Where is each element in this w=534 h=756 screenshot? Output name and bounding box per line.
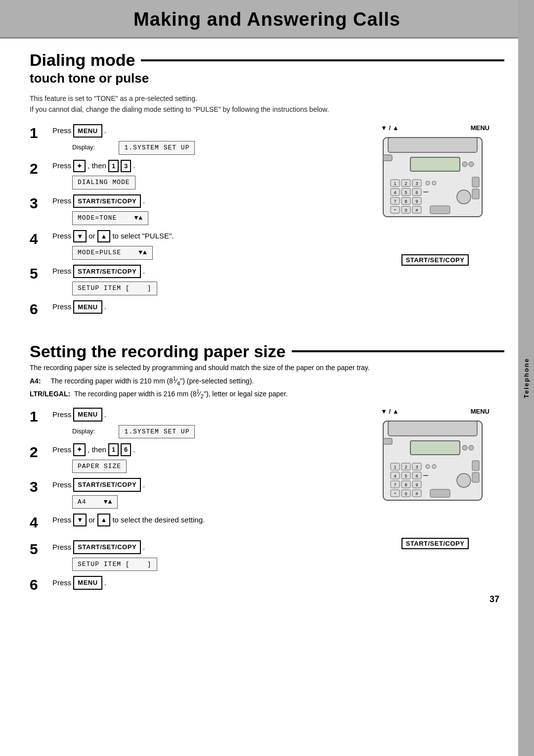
s2-step-6: 6 Press MENU .	[30, 576, 351, 598]
page-header: Making and Answering Calls	[0, 0, 534, 39]
s2-step-6-dot: .	[104, 577, 106, 589]
step-3-key: START/SET/COPY	[73, 194, 141, 208]
svg-rect-73	[430, 489, 450, 497]
s2-step-3-key: START/SET/COPY	[73, 478, 141, 492]
section2-desc-ltr: LTR/LEGAL: The recording paper width is …	[30, 388, 504, 401]
step-2-press-line: Press ✦ , then 1 3 .	[52, 160, 351, 173]
sidebar-label: Telephone	[523, 358, 530, 398]
s2-step-2-content: Press ✦ , then 1 6 . PAPER SIZE	[52, 443, 351, 473]
s2-step-3-content: Press START/SET/COPY . A4 ▼▲	[52, 478, 351, 509]
fax-device-svg-1: 1 2 3 4 5	[381, 133, 490, 251]
s2-step-6-num: 6	[30, 576, 47, 594]
step-1-content: Press MENU . Display: 1.SYSTEM SET UP	[52, 124, 351, 155]
svg-text:7: 7	[394, 199, 396, 204]
step-1: 1 Press MENU . Display: 1.SYSTEM SET UP	[30, 124, 351, 155]
s2-step-1-display-line: Display: 1.SYSTEM SET UP	[72, 424, 351, 439]
svg-rect-39	[410, 441, 460, 455]
s2-step-5-press-line: Press START/SET/COPY .	[52, 540, 351, 554]
section2-steps-area: 1 Press MENU . Display: 1.SYSTEM SET UP	[30, 408, 504, 603]
section2-a4-label: A4:	[30, 377, 41, 385]
s2-step-5-content: Press START/SET/COPY . SETUP ITEM [ ]	[52, 540, 351, 571]
svg-text:6: 6	[415, 473, 418, 478]
step-4-up-arrow: ▲	[97, 230, 111, 243]
svg-rect-15	[472, 189, 479, 199]
section1-device-header: ▼ / ▲ MENU	[381, 124, 490, 132]
s2-step-1-key: MENU	[73, 408, 102, 422]
svg-text:6: 6	[415, 190, 418, 195]
fax-device-svg-2: 1 2 3 4 5 6	[381, 416, 490, 535]
svg-text:3: 3	[415, 465, 418, 470]
step-3: 3 Press START/SET/COPY . MODE=TONE ▼▲	[30, 194, 351, 225]
step-1-display-label: Display:	[72, 143, 95, 151]
s2-step-4: 4 Press ▼ or ▲ to select the desired set…	[30, 514, 351, 535]
section1-device-menu-label: MENU	[471, 124, 490, 132]
s2-step-1-display-box: 1.SYSTEM SET UP	[119, 425, 195, 439]
s2-step-5-key: START/SET/COPY	[73, 540, 141, 554]
s2-step-3-press: Press	[52, 479, 71, 491]
section2-a4-text: The recording paper width is 210 mm (81⁄…	[50, 377, 254, 385]
section2-device-header: ▼ / ▲ MENU	[381, 408, 490, 415]
svg-rect-38	[388, 421, 477, 436]
svg-rect-36	[430, 206, 450, 214]
s2-step-3-display-box: A4 ▼▲	[72, 495, 118, 509]
svg-text:*: *	[394, 491, 396, 496]
section1-subtitle: touch tone or pulse	[30, 71, 504, 86]
section2-device-footer: START/SET/COPY	[381, 538, 490, 549]
svg-point-4	[469, 162, 474, 167]
svg-text:2: 2	[404, 181, 407, 186]
section2-ltr-label: LTR/LEGAL:	[30, 390, 70, 398]
step-2-then: , then	[88, 160, 106, 172]
svg-text:5: 5	[404, 190, 407, 195]
section2-ltr-text: The recording paper width is 216 mm (81⁄…	[74, 390, 288, 398]
step-1-display-box: 1.SYSTEM SET UP	[119, 141, 195, 155]
svg-text:5: 5	[404, 473, 407, 478]
sidebar-tab: Telephone	[518, 0, 534, 756]
s2-step-2-display-box: PAPER SIZE	[72, 460, 127, 473]
svg-point-12	[426, 181, 430, 185]
main-content: Dialing mode touch tone or pulse This fe…	[0, 39, 534, 614]
svg-rect-42	[383, 438, 392, 444]
step-6-press-line: Press MENU .	[52, 300, 351, 314]
svg-text:#: #	[415, 491, 418, 496]
section2-device-area: ▼ / ▲ MENU 1 2	[366, 408, 504, 603]
svg-rect-5	[383, 155, 392, 161]
s2-step-5-num: 5	[30, 540, 47, 558]
svg-rect-14	[472, 177, 479, 187]
step-4-display-box: MODE=PULSE ▼▲	[72, 246, 153, 260]
section2-title: Setting the recording paper size	[30, 342, 504, 361]
step-6-content: Press MENU .	[52, 300, 351, 314]
s2-step-4-down-arrow: ▼	[73, 514, 87, 526]
s2-step-4-press: Press	[52, 515, 71, 526]
step-6-press: Press	[52, 301, 71, 313]
s2-step-3-dot: .	[143, 479, 145, 491]
step-2-dot: .	[133, 160, 135, 172]
step-6-dot: .	[104, 301, 106, 313]
s2-step-3-press-line: Press START/SET/COPY .	[52, 478, 351, 492]
step-5-dot: .	[143, 266, 145, 277]
step-4-to: to select "PULSE".	[112, 231, 174, 242]
svg-point-41	[469, 445, 474, 450]
step-6: 6 Press MENU .	[30, 300, 351, 322]
s2-step-4-to: to select the desired setting.	[112, 515, 205, 526]
section1-desc-line2: If you cannot dial, change the dialing m…	[30, 104, 504, 115]
section2-device-menu-label: MENU	[471, 408, 490, 415]
svg-text:1: 1	[394, 465, 396, 470]
s2-step-1-press: Press	[52, 409, 71, 421]
svg-text:#: #	[415, 208, 418, 213]
step-4: 4 Press ▼ or ▲ to select "PULSE". MODE=P…	[30, 230, 351, 260]
step-4-num: 4	[30, 230, 47, 248]
svg-text:4: 4	[394, 190, 396, 195]
step-6-num: 6	[30, 300, 47, 318]
s2-step-2-press-line: Press ✦ , then 1 6 .	[52, 443, 351, 456]
svg-rect-1	[388, 138, 477, 152]
step-1-key-menu: MENU	[73, 124, 102, 138]
step-2-key-3: 3	[121, 160, 131, 173]
section-dialing-mode: Dialing mode touch tone or pulse This fe…	[30, 50, 504, 327]
step-2: 2 Press ✦ , then 1 3 . DIALING MODE	[30, 160, 351, 189]
s2-step-6-press: Press	[52, 577, 71, 589]
svg-rect-52	[472, 472, 479, 482]
s2-step-2-key-hash: ✦	[73, 443, 86, 456]
step-2-num: 2	[30, 160, 47, 178]
s2-step-2-num: 2	[30, 443, 47, 461]
section2-device: ▼ / ▲ MENU 1 2	[381, 408, 490, 549]
